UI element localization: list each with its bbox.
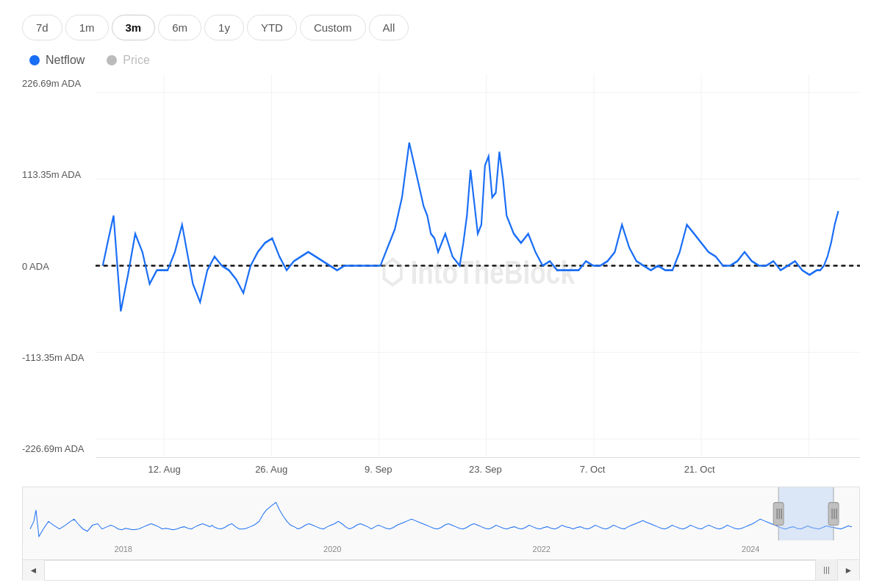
x-label-5: 21. Oct bbox=[684, 464, 715, 475]
navigator-wrapper: 2018 2020 2022 2024 bbox=[22, 483, 860, 581]
svg-text:2020: 2020 bbox=[323, 545, 341, 553]
svg-rect-19 bbox=[778, 487, 833, 540]
x-label-0: 12. Aug bbox=[148, 464, 181, 475]
time-btn-3m[interactable]: 3m bbox=[112, 15, 156, 40]
y-label-0: 226.69m ADA bbox=[22, 78, 96, 89]
main-chart-svg: ⬡ IntoTheBlock bbox=[96, 74, 860, 457]
time-btn-ytd[interactable]: YTD bbox=[247, 15, 297, 40]
legend-dot-netflow bbox=[29, 55, 40, 65]
svg-rect-14 bbox=[23, 487, 859, 540]
svg-text:⬡ IntoTheBlock: ⬡ IntoTheBlock bbox=[381, 254, 576, 291]
time-btn-1y[interactable]: 1y bbox=[204, 15, 244, 40]
main-container: 7d1m3m6m1yYTDCustomAll NetflowPrice 226.… bbox=[0, 0, 882, 588]
legend-label-netflow: Netflow bbox=[46, 54, 85, 67]
x-label-2: 9. Sep bbox=[365, 464, 392, 475]
svg-text:2022: 2022 bbox=[533, 545, 551, 553]
navigator-svg: 2018 2020 2022 2024 bbox=[23, 487, 859, 559]
y-label-4: -226.69m ADA bbox=[22, 443, 96, 454]
time-btn-custom[interactable]: Custom bbox=[300, 15, 366, 40]
y-axis-labels: 226.69m ADA113.35m ADA0 ADA-113.35m ADA-… bbox=[22, 74, 96, 458]
legend-item-netflow[interactable]: Netflow bbox=[29, 54, 85, 67]
svg-rect-26 bbox=[828, 503, 839, 526]
chart-wrapper: 226.69m ADA113.35m ADA0 ADA-113.35m ADA-… bbox=[22, 74, 860, 581]
legend-item-price[interactable]: Price bbox=[107, 54, 149, 67]
nav-scroll-bar: ◄ ||| ► bbox=[22, 560, 860, 581]
x-label-1: 26. Aug bbox=[255, 464, 287, 475]
scroll-track: ||| bbox=[45, 561, 837, 580]
legend-label-price: Price bbox=[123, 54, 149, 67]
center-zoom-btn[interactable]: ||| bbox=[815, 559, 837, 580]
navigator-container: 2018 2020 2022 2024 bbox=[22, 487, 860, 560]
time-range-bar: 7d1m3m6m1yYTDCustomAll bbox=[22, 15, 860, 40]
time-btn-all[interactable]: All bbox=[369, 15, 409, 40]
main-chart-container: 226.69m ADA113.35m ADA0 ADA-113.35m ADA-… bbox=[22, 74, 860, 480]
time-btn-7d[interactable]: 7d bbox=[22, 15, 62, 40]
x-label-3: 23. Sep bbox=[469, 464, 502, 475]
scroll-left-btn[interactable]: ◄ bbox=[23, 560, 45, 581]
x-label-4: 7. Oct bbox=[580, 464, 606, 475]
y-label-1: 113.35m ADA bbox=[22, 169, 96, 180]
time-btn-1m[interactable]: 1m bbox=[65, 15, 109, 40]
time-btn-6m[interactable]: 6m bbox=[158, 15, 201, 40]
legend: NetflowPrice bbox=[22, 54, 860, 67]
svg-text:2018: 2018 bbox=[115, 545, 132, 553]
scroll-right-btn[interactable]: ► bbox=[837, 560, 859, 581]
chart-area: ⬡ IntoTheBlock bbox=[96, 74, 860, 458]
legend-dot-price bbox=[107, 55, 117, 65]
x-axis: 12. Aug26. Aug9. Sep23. Sep7. Oct21. Oct bbox=[96, 458, 860, 480]
y-label-2: 0 ADA bbox=[22, 261, 96, 272]
y-label-3: -113.35m ADA bbox=[22, 352, 96, 363]
svg-rect-22 bbox=[773, 503, 784, 526]
svg-text:2024: 2024 bbox=[742, 545, 759, 553]
